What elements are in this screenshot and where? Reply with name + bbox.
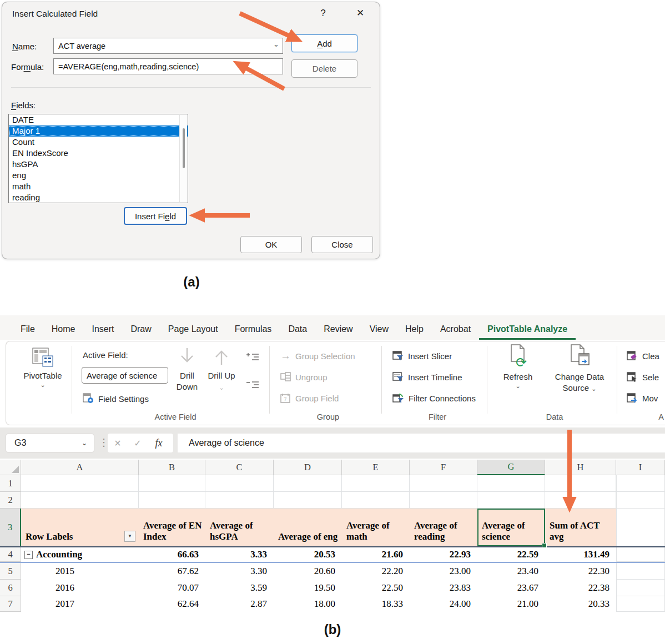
cell-E1[interactable] xyxy=(342,475,410,492)
cell-F3[interactable]: Average of reading xyxy=(410,509,477,546)
insert-field-button[interactable]: Insert Field xyxy=(124,207,187,225)
field-list-item[interactable]: reading xyxy=(9,192,188,203)
cell-H7[interactable]: 20.33 xyxy=(545,596,616,612)
move-pivottable-button[interactable]: Mov xyxy=(627,390,658,406)
expand-field-icon[interactable] xyxy=(246,353,260,361)
cell-B7[interactable]: 62.64 xyxy=(139,596,205,612)
formula-input[interactable]: =AVERAGE(eng,math,reading,science) xyxy=(53,58,283,74)
field-list-item[interactable]: Count xyxy=(9,137,188,148)
tab-help[interactable]: Help xyxy=(397,324,432,340)
select-all-corner[interactable] xyxy=(0,460,21,475)
cell-H3[interactable]: Sum of ACT avg xyxy=(545,509,616,546)
cell-D2[interactable] xyxy=(274,492,342,509)
cell-B2[interactable] xyxy=(139,492,205,509)
row-header-7[interactable]: 7 xyxy=(0,596,21,612)
cell-I6[interactable] xyxy=(616,580,665,596)
field-list-item[interactable]: eng xyxy=(9,170,188,181)
collapse-button[interactable]: − xyxy=(24,551,33,559)
column-header-F[interactable]: F xyxy=(410,460,477,475)
cell-C2[interactable] xyxy=(205,492,274,509)
drill-up-button[interactable]: Drill Up ⌄ xyxy=(207,346,236,393)
column-header-I[interactable]: I xyxy=(616,460,665,475)
tab-data[interactable]: Data xyxy=(280,324,315,340)
chevron-down-icon[interactable]: ⌄ xyxy=(273,40,279,48)
field-list-item[interactable]: math xyxy=(9,181,188,192)
cell-A3[interactable]: Row Labels▼ xyxy=(21,509,139,546)
cell-I3[interactable] xyxy=(616,509,665,546)
add-button[interactable]: Add xyxy=(291,34,357,52)
cell-D1[interactable] xyxy=(274,475,342,492)
cell-I4[interactable] xyxy=(616,547,665,562)
cell-H5[interactable]: 22.30 xyxy=(545,563,616,580)
row-header-2[interactable]: 2 xyxy=(0,492,21,509)
cell-E4[interactable]: 21.60 xyxy=(342,547,410,562)
row-header-5[interactable]: 5 xyxy=(0,563,21,580)
cell-G5[interactable]: 23.40 xyxy=(477,563,545,580)
cell-A6[interactable]: 2016 xyxy=(21,580,139,596)
tab-insert[interactable]: Insert xyxy=(83,324,122,340)
cell-I7[interactable] xyxy=(616,596,665,612)
field-list-item[interactable]: DATE xyxy=(9,114,188,125)
row-header-6[interactable]: 6 xyxy=(0,580,21,596)
cell-F7[interactable]: 24.00 xyxy=(410,596,477,612)
cell-F6[interactable]: 23.83 xyxy=(410,580,477,596)
cell-H6[interactable]: 22.38 xyxy=(545,580,616,596)
active-field-value-box[interactable]: Average of science xyxy=(82,367,168,384)
field-list-item[interactable]: EN IndexScore xyxy=(9,148,188,159)
column-header-C[interactable]: C xyxy=(205,460,274,475)
insert-function-icon[interactable]: fx xyxy=(148,437,170,449)
column-header-B[interactable]: B xyxy=(139,460,205,475)
column-header-A[interactable]: A xyxy=(21,460,139,475)
cell-A4[interactable]: −Accounting xyxy=(21,547,139,562)
row-header-3[interactable]: 3 xyxy=(0,509,21,546)
cell-C5[interactable]: 3.30 xyxy=(205,563,274,580)
cell-H1[interactable] xyxy=(545,475,616,492)
column-header-G[interactable]: G xyxy=(477,460,545,475)
filter-connections-button[interactable]: Filter Connections xyxy=(392,390,476,406)
cell-D7[interactable]: 18.00 xyxy=(274,596,342,612)
change-data-source-button[interactable]: Change Data Source ⌄ xyxy=(546,344,613,394)
field-list-item[interactable]: Major 1 xyxy=(9,125,188,137)
delete-button[interactable]: Delete xyxy=(291,59,357,78)
fill-handle[interactable] xyxy=(542,543,547,548)
field-list-item[interactable]: hsGPA xyxy=(9,159,188,170)
select-button[interactable]: Sele xyxy=(627,369,659,385)
chevron-down-icon[interactable]: ⌄ xyxy=(496,383,540,390)
cell-A7[interactable]: 2017 xyxy=(21,596,139,612)
refresh-button[interactable]: ⟳ Refresh ⌄ xyxy=(496,344,540,390)
chevron-down-icon[interactable]: ⌄ xyxy=(82,439,87,447)
cell-B6[interactable]: 70.07 xyxy=(139,580,205,596)
cell-E7[interactable]: 18.33 xyxy=(342,596,410,612)
collapse-field-icon[interactable] xyxy=(246,380,260,389)
cell-E2[interactable] xyxy=(342,492,410,509)
clear-button[interactable]: Clea xyxy=(627,348,659,364)
tab-home[interactable]: Home xyxy=(43,324,84,340)
cell-H2[interactable] xyxy=(545,492,616,509)
field-settings-button[interactable]: Field Settings xyxy=(83,390,149,407)
insert-slicer-button[interactable]: Insert Slicer xyxy=(392,348,452,364)
column-header-E[interactable]: E xyxy=(342,460,410,475)
row-labels-filter-button[interactable]: ▼ xyxy=(124,531,135,542)
tab-page-layout[interactable]: Page Layout xyxy=(160,324,226,340)
cell-C1[interactable] xyxy=(205,475,274,492)
cell-A2[interactable] xyxy=(21,492,139,509)
fields-listbox[interactable]: DATEMajor 1CountEN IndexScorehsGPAengmat… xyxy=(8,114,188,203)
cell-G3[interactable]: Average of science xyxy=(477,509,545,546)
insert-timeline-button[interactable]: Insert Timeline xyxy=(392,369,462,385)
cancel-icon[interactable]: ✕ xyxy=(108,438,128,449)
cell-B3[interactable]: Average of EN Index xyxy=(139,509,205,546)
tab-pivottable-analyze[interactable]: PivotTable Analyze xyxy=(479,324,576,340)
cell-B4[interactable]: 66.63 xyxy=(139,547,205,562)
cell-G4[interactable]: 22.59 xyxy=(477,547,545,562)
scrollbar[interactable] xyxy=(179,115,187,202)
cell-C4[interactable]: 3.33 xyxy=(205,547,274,562)
tab-file[interactable]: File xyxy=(12,324,43,340)
name-combo[interactable]: ACT average ⌄ xyxy=(53,38,283,54)
tab-review[interactable]: Review xyxy=(315,324,361,340)
column-header-H[interactable]: H xyxy=(545,460,616,475)
help-icon[interactable]: ? xyxy=(316,8,330,19)
cell-E5[interactable]: 22.20 xyxy=(342,563,410,580)
cell-A1[interactable] xyxy=(21,475,139,492)
chevron-down-icon[interactable]: ⌄ xyxy=(16,381,69,389)
cell-D6[interactable]: 19.50 xyxy=(274,580,342,596)
